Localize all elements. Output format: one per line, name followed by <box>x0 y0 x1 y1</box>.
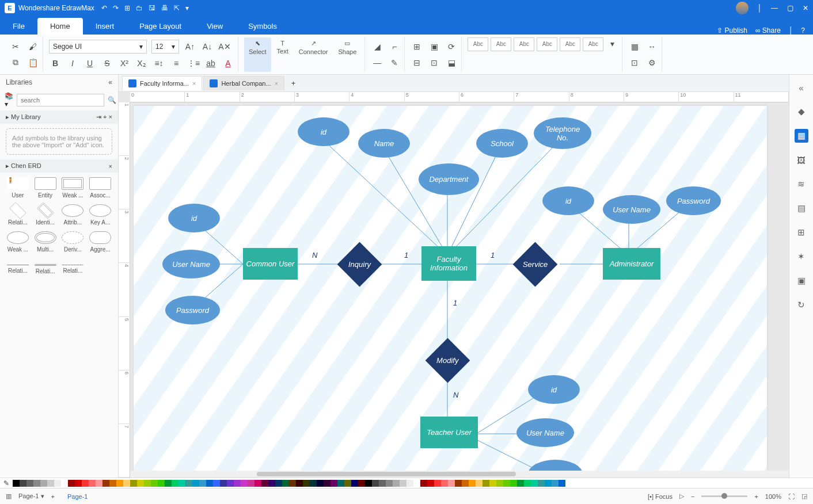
library-menu-icon[interactable]: 📚▾ <box>5 92 13 108</box>
qat-more-icon[interactable]: ▾ <box>185 4 189 12</box>
fill-icon[interactable]: ◢ <box>371 40 383 53</box>
color-swatch[interactable] <box>538 480 545 487</box>
quick-style-2[interactable]: Abc <box>491 37 511 51</box>
font-color-icon[interactable]: A <box>222 57 234 70</box>
attr-id-2[interactable]: id <box>298 117 349 146</box>
color-swatch[interactable] <box>420 480 427 487</box>
close-tab-icon[interactable]: × <box>192 80 196 87</box>
color-swatch[interactable] <box>289 480 296 487</box>
color-swatch[interactable] <box>406 480 413 487</box>
rel-modify[interactable]: Modify <box>426 338 470 383</box>
line-style-icon[interactable]: — <box>371 56 383 69</box>
attr-id[interactable]: id <box>168 204 220 232</box>
layers-panel-icon[interactable]: ≋ <box>795 177 808 191</box>
theme-panel-icon[interactable]: ▦ <box>795 129 808 143</box>
color-swatch[interactable] <box>192 480 199 487</box>
attr-password-2[interactable]: Password <box>666 186 721 215</box>
image-panel-icon[interactable]: 🖼 <box>795 153 808 167</box>
bullets-icon[interactable]: ⋮≡ <box>187 57 200 70</box>
color-swatch[interactable] <box>68 480 75 487</box>
underline-button[interactable]: U <box>83 57 96 70</box>
color-swatch[interactable] <box>434 480 441 487</box>
undo-icon[interactable]: ↶ <box>101 4 107 12</box>
italic-button[interactable]: I <box>66 57 79 70</box>
color-swatch[interactable] <box>33 480 40 487</box>
color-swatch[interactable] <box>427 480 434 487</box>
attr-school[interactable]: School <box>476 129 528 158</box>
superscript-button[interactable]: X² <box>118 57 131 70</box>
open-icon[interactable]: 🗀 <box>136 4 143 12</box>
search-input[interactable] <box>17 94 104 106</box>
close-button[interactable]: ✕ <box>803 4 808 12</box>
copy-icon[interactable]: ⧉ <box>9 56 22 69</box>
history-panel-icon[interactable]: ↻ <box>795 298 808 312</box>
font-name-select[interactable]: Segoe UI ▾ <box>49 40 147 54</box>
font-size-select[interactable]: 12 ▾ <box>151 40 179 54</box>
highlight-icon[interactable]: ab <box>204 57 217 70</box>
publish-button[interactable]: ⇧ Publish <box>717 26 747 35</box>
color-swatch[interactable] <box>261 480 268 487</box>
page-select[interactable]: Page-1 ▾ <box>18 492 44 500</box>
color-swatch[interactable] <box>337 480 344 487</box>
attr-id-4[interactable]: id <box>528 375 580 404</box>
bring-front-icon[interactable]: ▣ <box>428 40 440 53</box>
color-swatch[interactable] <box>248 480 254 487</box>
quick-style-3[interactable]: Abc <box>514 37 534 51</box>
color-swatch[interactable] <box>393 480 400 487</box>
user-avatar[interactable] <box>736 2 749 14</box>
color-swatch[interactable] <box>351 480 358 487</box>
eyedropper-icon[interactable]: ✎ <box>3 479 9 487</box>
color-swatch[interactable] <box>455 480 462 487</box>
decrease-font-icon[interactable]: A↓ <box>201 40 214 53</box>
attr-username[interactable]: User Name <box>162 250 220 278</box>
color-swatch[interactable] <box>144 480 151 487</box>
attr-password[interactable]: Password <box>165 296 220 324</box>
color-swatch[interactable] <box>26 480 33 487</box>
color-swatch[interactable] <box>151 480 158 487</box>
menu-symbols[interactable]: Symbols <box>235 18 290 35</box>
entity-teacher-user[interactable]: Teacher User <box>420 417 478 448</box>
entity-administrator[interactable]: Administrator <box>603 248 660 280</box>
zoom-slider[interactable] <box>701 495 747 497</box>
attr-telephone[interactable]: Telephone No. <box>534 117 591 149</box>
color-swatch[interactable] <box>213 480 220 487</box>
color-swatch[interactable] <box>89 480 96 487</box>
import-icon[interactable]: ⇥ <box>96 113 101 120</box>
style-more-icon[interactable]: ▾ <box>606 37 618 50</box>
shape-identifying[interactable]: Identi... <box>33 204 58 226</box>
quick-style-4[interactable]: Abc <box>537 37 557 51</box>
add-page-button[interactable]: + <box>51 493 55 500</box>
color-swatch[interactable] <box>372 480 379 487</box>
zoom-level[interactable]: 100% <box>765 493 781 500</box>
close-chen-icon[interactable]: × <box>109 163 112 170</box>
color-swatch[interactable] <box>545 480 552 487</box>
color-swatch[interactable] <box>365 480 372 487</box>
print-icon[interactable]: 🖶 <box>161 4 168 12</box>
line-join-icon[interactable]: ⌐ <box>388 40 401 53</box>
focus-mode-button[interactable]: [•] Focus <box>648 493 673 500</box>
select-all-icon[interactable]: ⊡ <box>628 56 641 69</box>
shape-relation-line-3[interactable]: Relati... <box>61 258 85 274</box>
attr-department[interactable]: Department <box>419 163 479 195</box>
shape-weak-key[interactable]: Weak ... <box>6 231 30 253</box>
comment-panel-icon[interactable]: ▣ <box>795 274 808 288</box>
color-swatch[interactable] <box>510 480 517 487</box>
expand-rail-icon[interactable]: « <box>795 81 808 94</box>
color-swatch[interactable] <box>524 480 531 487</box>
attr-id-3[interactable]: id <box>542 186 594 215</box>
entity-faculty-info[interactable]: Faculty Information <box>421 246 476 281</box>
color-swatch[interactable] <box>483 480 489 487</box>
clipart-panel-icon[interactable]: ⊞ <box>795 226 808 239</box>
shape-associative[interactable]: Assoc... <box>88 177 112 198</box>
page[interactable]: id User Name Password Common User N Inqu… <box>134 106 767 478</box>
color-swatch[interactable] <box>317 480 324 487</box>
align-icon[interactable]: ⊟ <box>411 56 423 69</box>
color-swatch[interactable] <box>165 480 172 487</box>
fit-page-icon[interactable]: ⛶ <box>788 493 795 500</box>
chen-section[interactable]: ▸ Chen ERD × <box>0 159 118 173</box>
color-swatch[interactable] <box>254 480 261 487</box>
clear-format-icon[interactable]: A✕ <box>218 40 231 53</box>
color-swatch[interactable] <box>20 480 26 487</box>
shape-weak-entity[interactable]: Weak ... <box>61 177 85 198</box>
redo-icon[interactable]: ↷ <box>113 4 119 12</box>
